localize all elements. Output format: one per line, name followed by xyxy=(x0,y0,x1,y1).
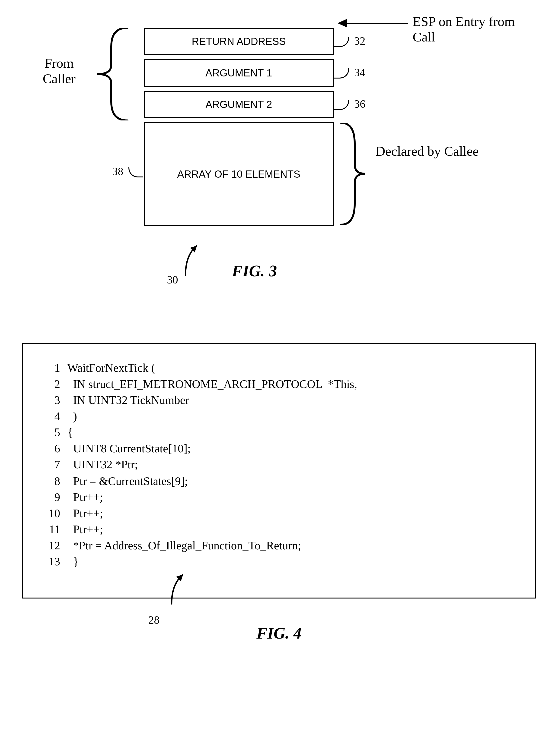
ref-swoop-38 xyxy=(128,167,143,178)
esp-arrow xyxy=(338,23,408,24)
code-line-text: *Ptr = Address_Of_Illegal_Function_To_Re… xyxy=(67,538,357,554)
stack: RETURN ADDRESS 32 ARGUMENT 1 34 ARGUMENT… xyxy=(144,28,334,230)
code-line-number: 10 xyxy=(42,505,67,521)
ref-38: 38 xyxy=(112,165,123,178)
argument-2-box: ARGUMENT 2 36 xyxy=(144,91,334,118)
code-line: 3 IN UINT32 TickNumber xyxy=(42,392,357,408)
return-address-box: RETURN ADDRESS 32 xyxy=(144,28,334,55)
code-line-text: ) xyxy=(67,408,357,425)
from-caller-label: From Caller xyxy=(30,56,88,86)
code-line-text: Ptr++; xyxy=(67,489,357,505)
code-line: 6 UINT8 CurrentState[10]; xyxy=(42,440,357,457)
code-line-number: 13 xyxy=(42,554,67,570)
code-listing: 1WaitForNextTick (2 IN struct_EFI_METRON… xyxy=(22,343,536,598)
code-line: 13 } xyxy=(42,554,357,570)
ref-32: 32 xyxy=(354,34,365,47)
code-line-number: 2 xyxy=(42,376,67,393)
code-line-number: 12 xyxy=(42,538,67,554)
code-line-text: WaitForNextTick ( xyxy=(67,360,357,376)
code-line-text: UINT32 *Ptr; xyxy=(67,457,357,473)
figure-3-caption: FIG. 3 xyxy=(232,262,277,280)
code-line-number: 1 xyxy=(42,360,67,376)
figure-4: 1WaitForNextTick (2 IN struct_EFI_METRON… xyxy=(14,343,544,598)
code-line-text: Ptr++; xyxy=(67,505,357,521)
ref-swoop-36 xyxy=(334,100,349,110)
brace-left xyxy=(93,28,130,120)
code-line: 5{ xyxy=(42,424,357,440)
esp-label: ESP on Entry from Call xyxy=(413,14,540,45)
code-line-number: 7 xyxy=(42,457,67,473)
ref-36: 36 xyxy=(354,98,365,110)
code-line: 9 Ptr++; xyxy=(42,489,357,505)
array-text: ARRAY OF 10 ELEMENTS xyxy=(177,168,300,180)
code-line-number: 11 xyxy=(42,521,67,538)
code-line-text: IN UINT32 TickNumber xyxy=(67,392,357,408)
code-line: 10 Ptr++; xyxy=(42,505,357,521)
argument-1-text: ARGUMENT 1 xyxy=(205,67,272,79)
code-line-number: 5 xyxy=(42,424,67,440)
code-line-number: 4 xyxy=(42,408,67,425)
code-line-text: IN struct_EFI_METRONOME_ARCH_PROTOCOL *T… xyxy=(67,376,357,393)
code-line-number: 3 xyxy=(42,392,67,408)
ref-28: 28 xyxy=(148,614,159,626)
code-line-number: 8 xyxy=(42,473,67,489)
ref-swoop-34 xyxy=(334,68,349,79)
code-line: 7 UINT32 *Ptr; xyxy=(42,457,357,473)
code-line-text: UINT8 CurrentState[10]; xyxy=(67,440,357,457)
code-line-number: 6 xyxy=(42,440,67,457)
code-table: 1WaitForNextTick (2 IN struct_EFI_METRON… xyxy=(42,360,357,570)
argument-2-text: ARGUMENT 2 xyxy=(205,99,272,110)
code-line-text: } xyxy=(67,554,357,570)
ref-28-arrow xyxy=(162,570,190,608)
code-line: 2 IN struct_EFI_METRONOME_ARCH_PROTOCOL … xyxy=(42,376,357,393)
ref-swoop-32 xyxy=(334,37,349,47)
code-line-number: 9 xyxy=(42,489,67,505)
figure-4-caption: FIG. 4 xyxy=(14,624,544,643)
return-address-text: RETURN ADDRESS xyxy=(192,36,286,47)
code-line: 8 Ptr = &CurrentStates[9]; xyxy=(42,473,357,489)
argument-1-box: ARGUMENT 1 34 xyxy=(144,59,334,87)
brace-right xyxy=(338,123,366,225)
code-line: 12 *Ptr = Address_Of_Illegal_Function_To… xyxy=(42,538,357,554)
code-line: 4 ) xyxy=(42,408,357,425)
declared-by-callee-label: Declared by Callee xyxy=(376,143,491,159)
ref-30-arrow xyxy=(176,241,204,279)
code-line-text: Ptr++; xyxy=(67,521,357,538)
code-line: 11 Ptr++; xyxy=(42,521,357,538)
code-line: 1WaitForNextTick ( xyxy=(42,360,357,376)
code-line-text: Ptr = &CurrentStates[9]; xyxy=(67,473,357,489)
array-box: ARRAY OF 10 ELEMENTS 38 xyxy=(144,122,334,226)
figure-3: ESP on Entry from Call From Caller RETUR… xyxy=(14,14,544,315)
ref-34: 34 xyxy=(354,66,365,79)
ref-30: 30 xyxy=(167,273,178,286)
code-line-text: { xyxy=(67,424,357,440)
